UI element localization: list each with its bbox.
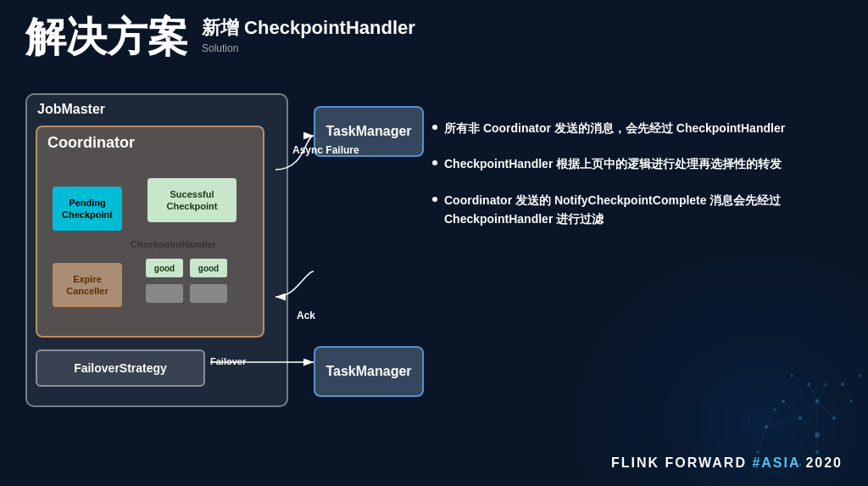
good-btn-2: good xyxy=(190,259,227,277)
text-content: 所有非 Coordinator 发送的消息，会先经过 CheckpointHan… xyxy=(432,119,839,246)
svg-line-25 xyxy=(834,401,851,418)
svg-point-4 xyxy=(815,399,820,404)
bullet-dot-2 xyxy=(432,160,437,165)
async-failure-label: Async Failure xyxy=(292,144,359,156)
coordinator-box: Coordinator Pending Checkpoint Sucessful… xyxy=(36,126,264,338)
diagram-area: JobMaster Coordinator Pending Checkpoint… xyxy=(25,93,441,433)
svg-line-31 xyxy=(766,418,800,427)
svg-point-18 xyxy=(748,417,750,419)
title-en: Solution xyxy=(202,42,415,54)
svg-point-9 xyxy=(841,383,844,386)
expire-canceller-box: Expire Canceller xyxy=(53,263,122,307)
task-manager-bottom-label: TaskManager xyxy=(326,364,411,379)
svg-point-1 xyxy=(815,433,820,438)
checkpoint-handler-label: CheckpointHandler xyxy=(131,239,216,249)
expire-canceller-label: Expire Canceller xyxy=(66,273,108,298)
footer-main: FLINK FORWARD xyxy=(611,455,752,470)
task-manager-top-label: TaskManager xyxy=(326,124,411,139)
gray-bar-1 xyxy=(146,284,183,303)
jobmaster-box: JobMaster Coordinator Pending Checkpoint… xyxy=(25,93,288,407)
good-btn-1: good xyxy=(146,259,183,277)
bullet-item-2: CheckpointHandler 根据上页中的逻辑进行处理再选择性的转发 xyxy=(432,154,839,173)
footer-year: 2020 xyxy=(800,455,843,470)
svg-point-16 xyxy=(774,409,776,411)
ack-label: Ack xyxy=(297,310,315,321)
svg-point-5 xyxy=(782,399,785,403)
bullet-dot-1 xyxy=(432,125,437,130)
title-cn: 解决方案 xyxy=(25,17,188,58)
svg-point-3 xyxy=(832,416,836,420)
svg-line-22 xyxy=(800,401,817,418)
svg-line-26 xyxy=(809,384,817,401)
bullet-item-3: Coordinator 发送的 NotifyCheckpointComplete… xyxy=(432,191,839,229)
jobmaster-label: JobMaster xyxy=(34,102,280,117)
successful-checkpoint-box: Sucessful Checkpoint xyxy=(147,178,236,222)
failover-label: Failover xyxy=(210,356,246,366)
svg-line-20 xyxy=(817,418,834,435)
coordinator-label: Coordinator xyxy=(44,134,256,152)
footer: FLINK FORWARD #ASIA 2020 xyxy=(611,455,843,471)
footer-hash: # xyxy=(752,455,761,470)
bullet-text-2: CheckpointHandler 根据上页中的逻辑进行处理再选择性的转发 xyxy=(444,154,782,173)
svg-point-7 xyxy=(807,383,810,386)
gray-bars-container xyxy=(146,284,227,303)
svg-line-27 xyxy=(817,384,826,401)
failover-strategy-box: FailoverStrategy xyxy=(36,349,205,387)
gray-bar-2 xyxy=(190,284,227,303)
svg-point-2 xyxy=(798,416,802,420)
header: 解决方案 新增 CheckpointHandler Solution xyxy=(25,15,415,58)
svg-point-10 xyxy=(791,375,793,377)
bullet-item-1: 所有非 Coordinator 发送的消息，会先经过 CheckpointHan… xyxy=(432,119,839,137)
pending-checkpoint-box: Pending Checkpoint xyxy=(53,187,122,231)
bullet-text-1: 所有非 Coordinator 发送的消息，会先经过 CheckpointHan… xyxy=(444,119,785,137)
title-block: 新增 CheckpointHandler Solution xyxy=(202,15,415,58)
bullet-dot-3 xyxy=(432,197,437,202)
svg-line-23 xyxy=(817,401,834,418)
title-subtitle: 新增 CheckpointHandler xyxy=(202,15,415,41)
successful-checkpoint-label: Sucessful Checkpoint xyxy=(167,188,218,213)
svg-point-17 xyxy=(757,451,760,454)
footer-asia: ASIA xyxy=(761,455,800,470)
svg-line-32 xyxy=(758,427,766,452)
good-container: good good xyxy=(146,259,227,277)
svg-point-6 xyxy=(850,400,853,403)
svg-point-12 xyxy=(815,450,819,454)
svg-point-15 xyxy=(765,425,768,428)
failover-strategy-label: FailoverStrategy xyxy=(74,361,167,375)
svg-point-8 xyxy=(825,383,827,386)
pending-checkpoint-label: Pending Checkpoint xyxy=(62,197,113,221)
footer-brand: FLINK FORWARD #ASIA 2020 xyxy=(611,455,843,471)
svg-line-24 xyxy=(783,401,800,418)
svg-line-19 xyxy=(800,418,817,435)
svg-point-11 xyxy=(859,375,861,377)
bullet-text-3: Coordinator 发送的 NotifyCheckpointComplete… xyxy=(444,191,781,229)
task-manager-bottom: TaskManager xyxy=(314,346,424,397)
